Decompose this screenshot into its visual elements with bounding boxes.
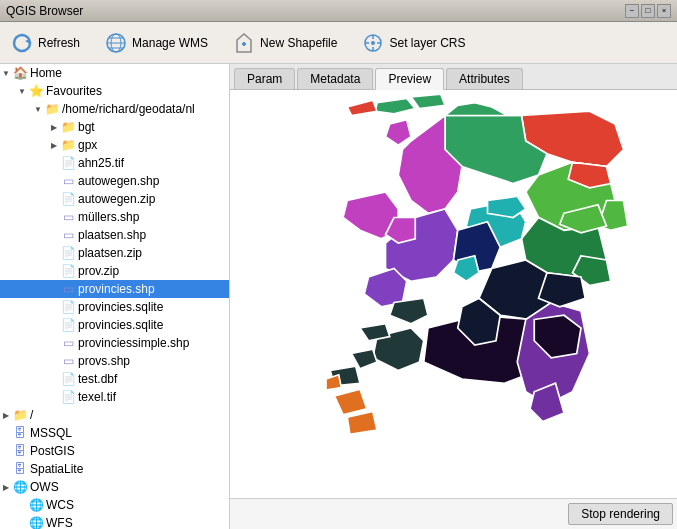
tree-label-favourites: Favourites [46, 84, 225, 98]
right-panel: ParamMetadataPreviewAttributes [230, 64, 677, 529]
tree-item-root-slash[interactable]: ▶📁/ [0, 406, 229, 424]
file-tree[interactable]: ▼🏠Home▼⭐Favourites▼📁/home/richard/geodat… [0, 64, 230, 529]
tree-label-root-slash: / [30, 408, 225, 422]
tree-icon-provincies-sqlite: 📄 [60, 299, 76, 315]
set-layer-crs-button[interactable]: Set layer CRS [357, 29, 469, 57]
tree-icon-wfs: 🌐 [28, 515, 44, 529]
tree-icon-home: 🏠 [12, 65, 28, 81]
tree-item-postgis[interactable]: 🗄PostGIS [0, 442, 229, 460]
tree-label-geodata-nl: /home/richard/geodata/nl [62, 102, 225, 116]
tree-item-provincies-shp[interactable]: ▭provincies.shp [0, 280, 229, 298]
refresh-label: Refresh [38, 36, 80, 50]
tree-arrow-prov-zip [48, 265, 60, 277]
tree-arrow-plaatsen-zip [48, 247, 60, 259]
tree-icon-wcs: 🌐 [28, 497, 44, 513]
tree-icon-plaatsen-zip: 📄 [60, 245, 76, 261]
tree-icon-geodata-nl: 📁 [44, 101, 60, 117]
tree-item-geodata-nl[interactable]: ▼📁/home/richard/geodata/nl [0, 100, 229, 118]
tree-arrow-provs-shp [48, 355, 60, 367]
tree-arrow-provinciessimple-shp [48, 337, 60, 349]
tree-label-ows: OWS [30, 480, 225, 494]
tree-arrow-mssql [0, 427, 12, 439]
tree-arrow-gpx: ▶ [48, 139, 60, 151]
tree-item-gpx[interactable]: ▶📁gpx [0, 136, 229, 154]
close-button[interactable]: × [657, 4, 671, 18]
tree-icon-gpx: 📁 [60, 137, 76, 153]
tree-label-mssql: MSSQL [30, 426, 225, 440]
set-layer-crs-icon [361, 31, 385, 55]
tree-icon-autowegen-shp: ▭ [60, 173, 76, 189]
tree-item-autowegen-zip[interactable]: 📄autowegen.zip [0, 190, 229, 208]
tree-arrow-ows: ▶ [0, 481, 12, 493]
tree-arrow-mullers-shp [48, 211, 60, 223]
tree-item-plaatsen-shp[interactable]: ▭plaatsen.shp [0, 226, 229, 244]
tree-arrow-home: ▼ [0, 67, 12, 79]
tree-arrow-wcs [16, 499, 28, 511]
tree-arrow-autowegen-shp [48, 175, 60, 187]
tree-arrow-provincies-sqlite [48, 301, 60, 313]
tree-icon-autowegen-zip: 📄 [60, 191, 76, 207]
tree-item-mullers-shp[interactable]: ▭müllers.shp [0, 208, 229, 226]
tree-item-favourites[interactable]: ▼⭐Favourites [0, 82, 229, 100]
refresh-button[interactable]: Refresh [6, 29, 84, 57]
minimize-button[interactable]: − [625, 4, 639, 18]
tree-item-provs-shp[interactable]: ▭provs.shp [0, 352, 229, 370]
refresh-icon [10, 31, 34, 55]
tab-preview[interactable]: Preview [375, 68, 444, 90]
tree-item-ahn25tif[interactable]: 📄ahn25.tif [0, 154, 229, 172]
tree-icon-spatialite: 🗄 [12, 461, 28, 477]
tree-arrow-plaatsen-shp [48, 229, 60, 241]
tree-arrow-postgis [0, 445, 12, 457]
tree-icon-provincies-shp: ▭ [60, 281, 76, 297]
tree-item-provincies-sqlite2[interactable]: 📄provincies.sqlite [0, 316, 229, 334]
tree-icon-provs-shp: ▭ [60, 353, 76, 369]
tree-item-bgt[interactable]: ▶📁bgt [0, 118, 229, 136]
tree-arrow-geodata-nl: ▼ [32, 103, 44, 115]
tree-label-postgis: PostGIS [30, 444, 225, 458]
stop-rendering-bar: Stop rendering [230, 498, 677, 529]
tree-item-plaatsen-zip[interactable]: 📄plaatsen.zip [0, 244, 229, 262]
tree-label-test-dbf: test.dbf [78, 372, 225, 386]
tab-attributes[interactable]: Attributes [446, 68, 523, 89]
tree-arrow-favourites: ▼ [16, 85, 28, 97]
tree-label-provinciessimple-shp: provinciessimple.shp [78, 336, 225, 350]
manage-wms-icon [104, 31, 128, 55]
tree-item-wfs[interactable]: 🌐WFS [0, 514, 229, 529]
tree-item-texel-tif[interactable]: 📄texel.tif [0, 388, 229, 406]
tab-param[interactable]: Param [234, 68, 295, 89]
tree-icon-favourites: ⭐ [28, 83, 44, 99]
tree-arrow-spatialite [0, 463, 12, 475]
tree-icon-root-slash: 📁 [12, 407, 28, 423]
tree-item-autowegen-shp[interactable]: ▭autowegen.shp [0, 172, 229, 190]
tree-item-provinciessimple-shp[interactable]: ▭provinciessimple.shp [0, 334, 229, 352]
manage-wms-button[interactable]: Manage WMS [100, 29, 212, 57]
tree-icon-plaatsen-shp: ▭ [60, 227, 76, 243]
tree-item-home[interactable]: ▼🏠Home [0, 64, 229, 82]
toolbar: Refresh Manage WMS New Shapefile [0, 22, 677, 64]
stop-rendering-button[interactable]: Stop rendering [568, 503, 673, 525]
tree-arrow-provincies-sqlite2 [48, 319, 60, 331]
tree-item-provincies-sqlite[interactable]: 📄provincies.sqlite [0, 298, 229, 316]
tree-label-texel-tif: texel.tif [78, 390, 225, 404]
tree-item-prov-zip[interactable]: 📄prov.zip [0, 262, 229, 280]
svg-point-10 [371, 41, 375, 45]
tree-label-plaatsen-shp: plaatsen.shp [78, 228, 225, 242]
tree-item-mssql[interactable]: 🗄MSSQL [0, 424, 229, 442]
tree-arrow-bgt: ▶ [48, 121, 60, 133]
tree-item-wcs[interactable]: 🌐WCS [0, 496, 229, 514]
tree-item-spatialite[interactable]: 🗄SpatiaLite [0, 460, 229, 478]
set-layer-crs-label: Set layer CRS [389, 36, 465, 50]
tree-icon-ahn25tif: 📄 [60, 155, 76, 171]
tree-item-ows[interactable]: ▶🌐OWS [0, 478, 229, 496]
tree-item-test-dbf[interactable]: 📄test.dbf [0, 370, 229, 388]
preview-area [230, 90, 677, 498]
tree-label-gpx: gpx [78, 138, 225, 152]
tree-label-plaatsen-zip: plaatsen.zip [78, 246, 225, 260]
tree-arrow-autowegen-zip [48, 193, 60, 205]
maximize-button[interactable]: □ [641, 4, 655, 18]
tree-arrow-root-slash: ▶ [0, 409, 12, 421]
tab-metadata[interactable]: Metadata [297, 68, 373, 89]
window-controls: − □ × [625, 4, 671, 18]
tree-label-provincies-sqlite: provincies.sqlite [78, 300, 225, 314]
new-shapefile-button[interactable]: New Shapefile [228, 29, 341, 57]
